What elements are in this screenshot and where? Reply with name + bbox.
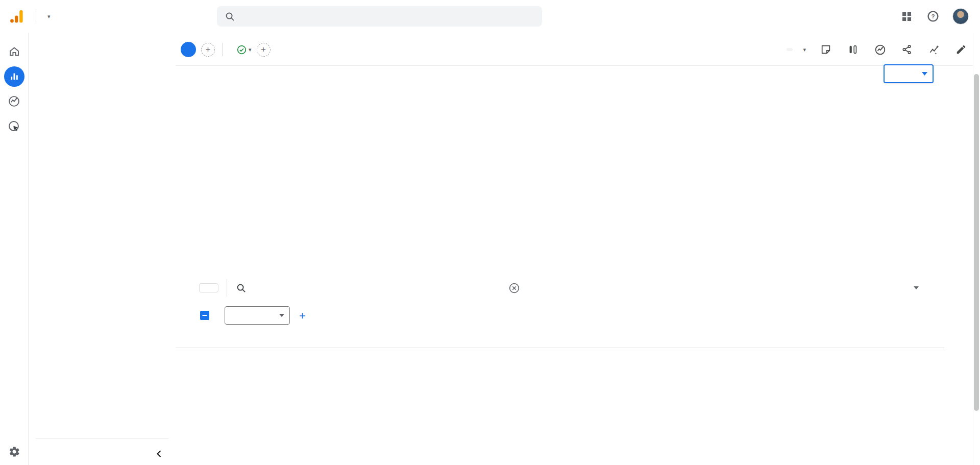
insights-icon[interactable] (873, 43, 887, 56)
appbar-divider (36, 9, 36, 24)
table-search-input[interactable] (253, 284, 365, 292)
svg-text:?: ? (931, 13, 935, 19)
analytics-logo-icon (9, 9, 23, 23)
clear-search-icon[interactable] (507, 281, 521, 295)
search-icon (225, 12, 235, 21)
property-selector[interactable]: ▾ (44, 14, 51, 19)
apps-grid-icon[interactable] (899, 9, 914, 23)
add-report-button[interactable]: + (201, 43, 215, 57)
reports-icon[interactable] (0, 64, 29, 89)
global-search-input[interactable] (241, 12, 506, 20)
date-preset-badge (787, 48, 793, 51)
report-header: + ▾ + ▾ (181, 38, 968, 61)
table-search[interactable] (236, 283, 389, 293)
sidebar-collapse-button[interactable] (29, 443, 176, 465)
share-icon[interactable] (900, 43, 914, 56)
edit-icon[interactable] (954, 43, 968, 56)
chevron-down-icon: ▾ (249, 47, 252, 53)
data-table: + (176, 298, 944, 465)
main-content: + ▾ + ▾ (176, 33, 973, 465)
global-search[interactable] (217, 6, 542, 27)
home-icon[interactable] (0, 39, 29, 64)
sidebar-divider (36, 438, 168, 439)
dimension-select[interactable] (225, 306, 290, 325)
date-range-selector[interactable]: ▾ (798, 47, 806, 53)
traffic-chart[interactable] (199, 94, 928, 239)
search-icon (236, 283, 246, 293)
table-body (176, 348, 944, 465)
explore-icon[interactable] (0, 89, 29, 114)
advertising-icon[interactable] (0, 114, 29, 139)
table-controls (199, 279, 944, 297)
scrollbar-thumb[interactable] (974, 74, 979, 411)
comparison-icon[interactable] (846, 43, 860, 56)
add-tab-button[interactable]: + (257, 43, 271, 57)
nav-rail (0, 33, 29, 465)
header-divider (222, 43, 223, 56)
controls-divider (227, 279, 227, 297)
granularity-select[interactable] (884, 64, 934, 83)
add-dimension-button[interactable]: + (299, 309, 306, 323)
user-avatar[interactable] (952, 8, 969, 25)
workspace-avatar[interactable] (181, 42, 196, 57)
admin-gear-icon[interactable] (8, 446, 20, 458)
check-circle-icon (237, 45, 247, 55)
chevron-down-icon: ▾ (47, 14, 51, 19)
rows-per-page-select[interactable] (906, 286, 919, 289)
help-icon[interactable]: ? (926, 9, 940, 23)
plot-rows-button[interactable] (199, 283, 218, 292)
report-status-selector[interactable]: ▾ (237, 45, 252, 55)
chevron-left-icon (156, 450, 162, 458)
chevron-down-icon (279, 314, 284, 317)
notes-icon[interactable] (819, 43, 832, 56)
chevron-down-icon (922, 72, 927, 76)
chevron-down-icon: ▾ (803, 47, 806, 53)
chevron-down-icon (914, 286, 919, 289)
app-bar: ▾ ? (0, 0, 980, 33)
select-all-checkbox[interactable] (200, 311, 209, 320)
magic-insights-icon[interactable] (927, 43, 941, 56)
sidebar (29, 33, 176, 465)
table-header: + (176, 298, 944, 348)
reports-active-indicator (4, 66, 24, 87)
